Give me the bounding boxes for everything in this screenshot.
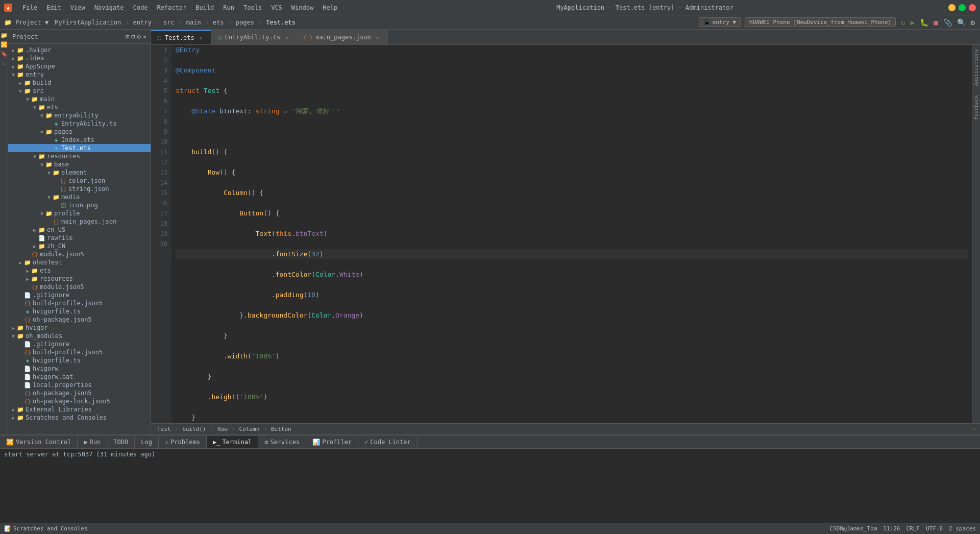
tree-item[interactable]: ◈ hvigorfile.ts <box>8 307 151 315</box>
encoding-status[interactable]: UTF-8 <box>926 525 943 532</box>
cb-column[interactable]: Column <box>237 426 262 432</box>
tree-item[interactable]: {} oh-package.json5 <box>8 389 151 397</box>
menu-navigate[interactable]: Navigate <box>90 3 128 12</box>
bottom-tab-run[interactable]: ▶ Run <box>78 436 107 448</box>
tree-item[interactable]: ▼ 📁 oh_modules <box>8 332 151 340</box>
tree-item[interactable]: {} module.json5 <box>8 283 151 291</box>
breadcrumb-myfirst[interactable]: MyFirstApplication <box>53 19 123 26</box>
tree-item[interactable]: ▼ 📁 entryability <box>8 111 151 119</box>
panel-collapse-icon[interactable]: ⊟ <box>131 33 135 40</box>
tree-item[interactable]: {} module.json5 <box>8 250 151 258</box>
tab-close-entryability[interactable]: ✕ <box>283 34 290 41</box>
breadcrumb-file[interactable]: Test.ets <box>264 19 298 26</box>
tab-test-ets[interactable]: ⬡ Test.ets ✕ <box>151 30 211 44</box>
tree-item[interactable]: ▶ 📁 hvigor <box>8 324 151 332</box>
breadcrumb-ets[interactable]: ets <box>211 19 226 26</box>
bottom-tab-terminal[interactable]: ▶_ Terminal <box>207 436 258 448</box>
tree-item[interactable]: ▶ 📁 build <box>8 79 151 87</box>
tree-item[interactable]: ▶ 📁 ets <box>8 266 151 275</box>
tree-item[interactable]: ◈ hvigorfile.ts <box>8 356 151 365</box>
panel-settings-icon[interactable]: ⚙ <box>137 33 141 40</box>
tree-item[interactable]: ◈ Index.ets <box>8 136 151 144</box>
bottom-tab-services[interactable]: ⚙ Services <box>258 436 306 448</box>
project-icon[interactable]: 📁 <box>1 32 8 39</box>
sync-icon[interactable]: ↻ <box>900 17 906 28</box>
menu-window[interactable]: Window <box>287 3 317 12</box>
tree-item[interactable]: ▶ 📁 Scratches and Consoles <box>8 414 151 422</box>
tree-item[interactable]: 📄 hvigorw <box>8 365 151 373</box>
applications-tab[interactable]: Applications <box>972 45 980 90</box>
tree-item[interactable]: ▼ 📁 pages <box>8 128 151 136</box>
tab-main-pages[interactable]: { } main_pages.json ✕ <box>297 30 387 44</box>
bottom-tab-version[interactable]: 🔀 Version Control <box>0 436 78 448</box>
tree-item[interactable]: ▶ 📁 .hvigor <box>8 46 151 54</box>
settings-icon[interactable]: ⚙ <box>970 17 976 28</box>
bottom-content[interactable]: start server at tcp:5037 (31 minutes ago… <box>0 449 980 523</box>
project-button[interactable]: 📁 Project ▼ <box>4 19 48 26</box>
tree-item[interactable]: ▶ 📁 .idea <box>8 54 151 62</box>
code-content[interactable]: @Entry @Component struct Test { @State b… <box>172 45 972 423</box>
debug-icon[interactable]: 🐛 <box>919 17 929 28</box>
tree-item[interactable]: ▼ 📁 element <box>8 168 151 177</box>
tree-item[interactable]: 🖼 icon.png <box>8 201 151 209</box>
menu-code[interactable]: Code <box>129 3 152 12</box>
tree-item[interactable]: {} color.json <box>8 177 151 185</box>
bookmarks-icon[interactable]: 🔖 <box>1 50 8 57</box>
bottom-tab-todo[interactable]: TODO <box>107 436 135 448</box>
cb-build[interactable]: build() <box>180 426 208 432</box>
device-selector[interactable]: 📱 entry ▼ <box>699 17 741 27</box>
breadcrumb-src[interactable]: src <box>161 19 177 26</box>
menu-vcs[interactable]: VCS <box>267 3 286 12</box>
cb-button[interactable]: Button <box>269 426 293 432</box>
menu-file[interactable]: File <box>18 3 41 12</box>
close-button[interactable] <box>969 4 976 11</box>
tree-item[interactable]: ▼ 📁 ets <box>8 103 151 111</box>
indent-status[interactable]: 2 spaces <box>949 525 976 532</box>
tree-item[interactable]: {} string.json <box>8 185 151 193</box>
code-editor[interactable]: 1234567891011121314151617181920 @Entry @… <box>151 45 972 423</box>
tree-item[interactable]: ▶ 📁 en_US <box>8 226 151 234</box>
tree-item[interactable]: ◈ Test.ets <box>8 144 151 152</box>
tree-item[interactable]: {} build-profile.json5 <box>8 299 151 307</box>
tree-item[interactable]: {} build-profile.json5 <box>8 348 151 356</box>
menu-tools[interactable]: Tools <box>239 3 266 12</box>
tree-item[interactable]: {} main_pages.json <box>8 217 151 226</box>
tree-item[interactable]: ▶ 📁 zh_CN <box>8 242 151 250</box>
run-icon[interactable]: ▶ <box>910 17 916 28</box>
breadcrumb-main[interactable]: main <box>184 19 203 26</box>
feedback-tab[interactable]: Feedback <box>972 91 980 124</box>
search-icon[interactable]: 🔍 <box>956 17 967 28</box>
structure-icon[interactable]: ≡ <box>1 59 8 66</box>
tab-entryability[interactable]: ⬡ EntryAbility.ts ✕ <box>211 30 297 44</box>
menu-edit[interactable]: Edit <box>42 3 65 12</box>
tab-close-mainpages[interactable]: ✕ <box>374 34 381 41</box>
tree-item[interactable]: 📄 local.properties <box>8 381 151 389</box>
tree-item[interactable]: ▼ 📁 resources <box>8 152 151 160</box>
tree-item[interactable]: ▶ 📁 resources <box>8 275 151 283</box>
menu-help[interactable]: Help <box>318 3 341 12</box>
menu-run[interactable]: Run <box>219 3 238 12</box>
menu-build[interactable]: Build <box>191 3 218 12</box>
line-col-status[interactable]: 11:26 <box>883 525 900 532</box>
tree-item[interactable]: ▼ 📁 profile <box>8 209 151 217</box>
tree-item[interactable]: ▶ 📁 ohosTest <box>8 258 151 266</box>
tree-item[interactable]: ▼ 📁 media <box>8 193 151 201</box>
tree-item[interactable]: ▶ 📁 External Libraries <box>8 405 151 414</box>
tree-item[interactable]: ▼ 📁 entry <box>8 70 151 79</box>
menu-refactor[interactable]: Refactor <box>153 3 190 12</box>
tree-item[interactable]: ▼ 📁 main <box>8 95 151 103</box>
tree-item[interactable]: 📄 .gitignore <box>8 340 151 348</box>
tree-item[interactable]: ▼ 📁 base <box>8 160 151 168</box>
breadcrumb-pages[interactable]: pages <box>234 19 256 26</box>
minimize-button[interactable] <box>948 4 955 11</box>
tree-item[interactable]: ▼ 📁 src <box>8 87 151 95</box>
cb-row[interactable]: Row <box>215 426 230 432</box>
vcs-icon[interactable]: 🔀 <box>1 41 8 48</box>
breadcrumb-entry[interactable]: entry <box>131 19 154 26</box>
cb-test[interactable]: Test <box>155 426 173 432</box>
panel-hide-icon[interactable]: ✕ <box>143 33 146 40</box>
tree-item[interactable]: ▶ 📁 AppScope <box>8 62 151 70</box>
bottom-tab-problems[interactable]: ⚠ Problems <box>159 436 207 448</box>
line-ending-status[interactable]: CRLF <box>906 525 920 532</box>
menu-view[interactable]: View <box>66 3 89 12</box>
